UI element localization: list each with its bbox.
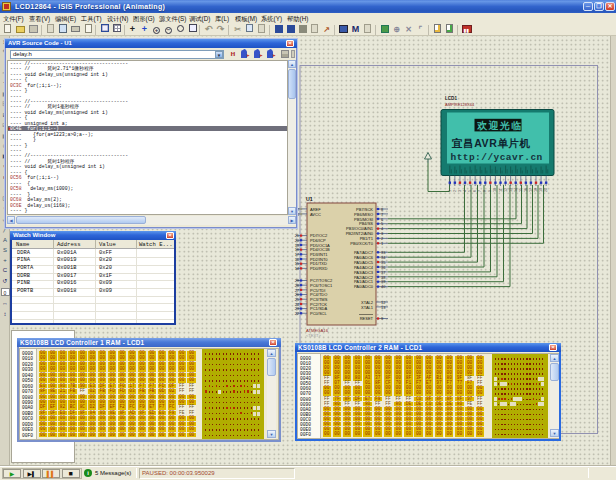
svg-text:22: 22 (295, 311, 299, 316)
svg-text:<TEXT>: <TEXT> (306, 333, 322, 338)
svg-text:6: 6 (473, 190, 477, 192)
svg-text:PD0/RXD: PD0/RXD (310, 266, 327, 271)
svg-text:ATMEGA16: ATMEGA16 (306, 328, 329, 333)
svg-text:LCD1: LCD1 (445, 96, 457, 101)
svg-text:1: 1 (448, 190, 452, 192)
svg-text:14: 14 (514, 188, 518, 192)
svg-text:13: 13 (509, 188, 513, 192)
svg-text:3: 3 (458, 190, 462, 192)
svg-text:AVCC: AVCC (310, 212, 321, 217)
svg-text:9: 9 (381, 316, 383, 321)
svg-text:PC0/SCL: PC0/SCL (310, 311, 327, 316)
svg-text:13: 13 (381, 305, 385, 310)
svg-text:4: 4 (463, 190, 467, 192)
svg-text:1: 1 (381, 241, 383, 246)
svg-text:20: 20 (544, 188, 548, 192)
svg-text:RESET: RESET (360, 316, 374, 321)
svg-text:11: 11 (499, 188, 503, 192)
svg-text:http://ycavr.cn: http://ycavr.cn (451, 152, 543, 163)
svg-text:18: 18 (534, 188, 538, 192)
svg-text:10: 10 (493, 188, 497, 192)
svg-text:9: 9 (488, 190, 492, 192)
svg-text:2: 2 (453, 190, 457, 192)
svg-text:15: 15 (519, 188, 523, 192)
svg-text:12: 12 (504, 188, 508, 192)
svg-text:AMPIRE128X64: AMPIRE128X64 (445, 102, 475, 107)
svg-text:19: 19 (539, 188, 543, 192)
svg-text:7: 7 (478, 190, 482, 192)
svg-text:8: 8 (483, 190, 487, 192)
svg-text:宜昌AVR单片机: 宜昌AVR单片机 (451, 137, 531, 149)
svg-text:欢迎光临: 欢迎光临 (476, 120, 523, 131)
svg-text:5: 5 (468, 190, 472, 192)
svg-text:16: 16 (524, 188, 528, 192)
svg-text:PA0/ADC0: PA0/ADC0 (354, 284, 374, 289)
svg-text:U1: U1 (306, 196, 313, 202)
svg-text:17: 17 (529, 188, 533, 192)
svg-text:PB0/XCK/T0: PB0/XCK/T0 (350, 241, 373, 246)
svg-text:XTAL1: XTAL1 (361, 305, 374, 310)
